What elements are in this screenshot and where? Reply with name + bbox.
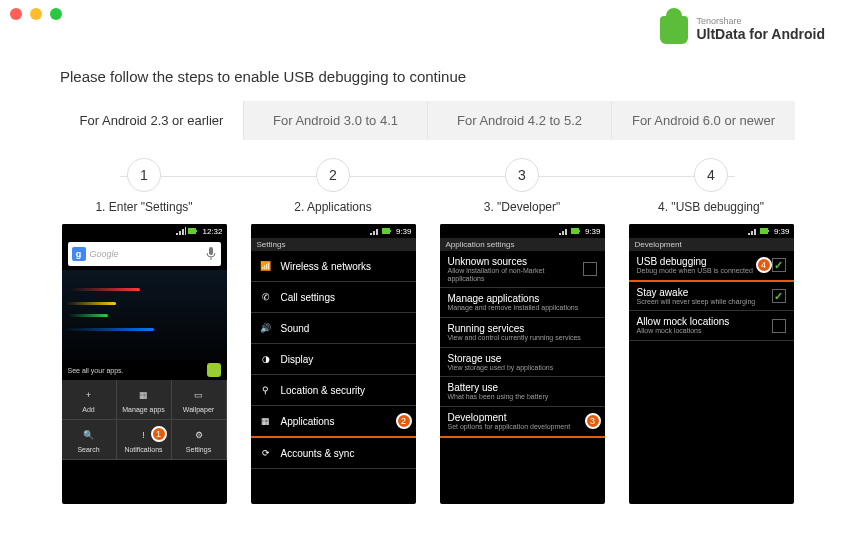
step-3-label: 3. "Developer" [484, 200, 561, 214]
home-label: Manage apps [122, 406, 164, 413]
step-4-number: 4 [694, 158, 728, 192]
row-sub: View storage used by applications [448, 364, 597, 372]
checkbox-checked [772, 289, 786, 303]
home-label: Settings [186, 446, 211, 453]
statusbar: 9:39 [440, 224, 605, 238]
brand-main: UltData for Android [696, 27, 825, 42]
row-sub: Screen will never sleep while charging [637, 298, 764, 306]
row-applications: ▦ Applications 2 [251, 406, 416, 438]
phone-1: 12:32 g Google See all your apps. + Add [62, 224, 227, 504]
alert-icon: ! [135, 426, 153, 444]
phone-icon: ✆ [259, 290, 273, 304]
row-running: Running services View and control curren… [440, 318, 605, 348]
image-icon: ▭ [190, 386, 208, 404]
step-3: 3 3. "Developer" 9:39 Application settin… [440, 158, 605, 504]
row-sub: Set options for application development [448, 423, 597, 431]
svg-rect-5 [571, 228, 579, 234]
step-4-label: 4. "USB debugging" [658, 200, 764, 214]
home-item-manage-apps: ▦ Manage apps [117, 380, 172, 420]
tab-android-4-2[interactable]: For Android 4.2 to 5.2 [428, 101, 612, 140]
close-window-button[interactable] [10, 8, 22, 20]
row-wireless: 📶 Wireless & networks [251, 251, 416, 282]
row-battery: Battery use What has been using the batt… [440, 377, 605, 407]
google-search-bar: g Google [68, 242, 221, 266]
row-title: Development [448, 412, 597, 423]
row-title: USB debugging [637, 256, 764, 267]
home-label: Search [77, 446, 99, 453]
statusbar-time: 9:39 [585, 227, 601, 236]
home-label: Wallpaper [183, 406, 214, 413]
row-title: Storage use [448, 353, 597, 364]
statusbar: 12:32 [62, 224, 227, 238]
row-call: ✆ Call settings [251, 282, 416, 313]
statusbar-time: 9:39 [774, 227, 790, 236]
tab-android-3-0[interactable]: For Android 3.0 to 4.1 [244, 101, 428, 140]
checkbox-checked [772, 258, 786, 272]
signal-icon [748, 227, 758, 235]
settings-icon: ⚙ [190, 426, 208, 444]
google-logo-icon: g [72, 247, 86, 261]
checkbox [772, 319, 786, 333]
callout-4: 4 [756, 257, 772, 273]
tab-android-6-0[interactable]: For Android 6.0 or newer [612, 101, 795, 140]
step-3-number: 3 [505, 158, 539, 192]
display-icon: ◑ [259, 352, 273, 366]
step-4: 4 4. "USB debugging" 9:39 Development US… [629, 158, 794, 504]
apps-icon: ▦ [259, 414, 273, 428]
svg-rect-6 [579, 230, 580, 232]
grid-icon: ▦ [135, 386, 153, 404]
phone-4: 9:39 Development USB debugging Debug mod… [629, 224, 794, 504]
tab-android-2-3[interactable]: For Android 2.3 or earlier [60, 101, 244, 140]
home-item-add: + Add [62, 380, 117, 420]
traffic-lights [10, 8, 62, 20]
row-sub: View and control currently running servi… [448, 334, 597, 342]
phone-3: 9:39 Application settings Unknown source… [440, 224, 605, 504]
phone-2: 9:39 Settings 📶 Wireless & networks ✆ Ca… [251, 224, 416, 504]
home-label: Add [82, 406, 94, 413]
mic-icon [205, 246, 217, 262]
row-sub: What has been using the battery [448, 393, 597, 401]
signal-icon [370, 227, 380, 235]
location-icon: ⚲ [259, 383, 273, 397]
row-title: Stay awake [637, 287, 764, 298]
row-title: Location & security [281, 385, 408, 396]
battery-icon [760, 227, 770, 235]
statusbar: 9:39 [251, 224, 416, 238]
steps: 1 1. Enter "Settings" 12:32 g Google See… [0, 140, 855, 504]
svg-rect-3 [382, 228, 390, 234]
section-title: Development [629, 238, 794, 251]
plus-icon: + [80, 386, 98, 404]
step-2-number: 2 [316, 158, 350, 192]
svg-rect-7 [760, 228, 768, 234]
row-storage: Storage use View storage used by applica… [440, 348, 605, 378]
home-wallpaper: See all your apps. [62, 270, 227, 380]
row-title: Accounts & sync [281, 448, 408, 459]
row-title: Wireless & networks [281, 261, 408, 272]
statusbar-time: 12:32 [202, 227, 222, 236]
row-title: Battery use [448, 382, 597, 393]
battery-icon [382, 227, 392, 235]
svg-rect-8 [768, 230, 769, 232]
home-grid: + Add ▦ Manage apps ▭ Wallpaper 🔍 Search… [62, 380, 227, 460]
home-label: Notifications [124, 446, 162, 453]
callout-3: 3 [585, 413, 601, 429]
brand-icon [660, 16, 688, 44]
row-mock-locations: Allow mock locations Allow mock location… [629, 311, 794, 341]
row-title: Unknown sources [448, 256, 575, 267]
section-title: Application settings [440, 238, 605, 251]
step-1: 1 1. Enter "Settings" 12:32 g Google See… [62, 158, 227, 504]
svg-rect-1 [196, 230, 197, 232]
callout-2: 2 [396, 413, 412, 429]
home-hint: See all your apps. [62, 360, 227, 380]
row-stay-awake: Stay awake Screen will never sleep while… [629, 282, 794, 312]
sound-icon: 🔊 [259, 321, 273, 335]
row-title: Call settings [281, 292, 408, 303]
step-2-label: 2. Applications [294, 200, 371, 214]
maximize-window-button[interactable] [50, 8, 62, 20]
sync-icon: ⟳ [259, 446, 273, 460]
minimize-window-button[interactable] [30, 8, 42, 20]
row-development: Development Set options for application … [440, 407, 605, 438]
tabs: For Android 2.3 or earlier For Android 3… [60, 101, 795, 140]
battery-icon [571, 227, 581, 235]
row-location: ⚲ Location & security [251, 375, 416, 406]
